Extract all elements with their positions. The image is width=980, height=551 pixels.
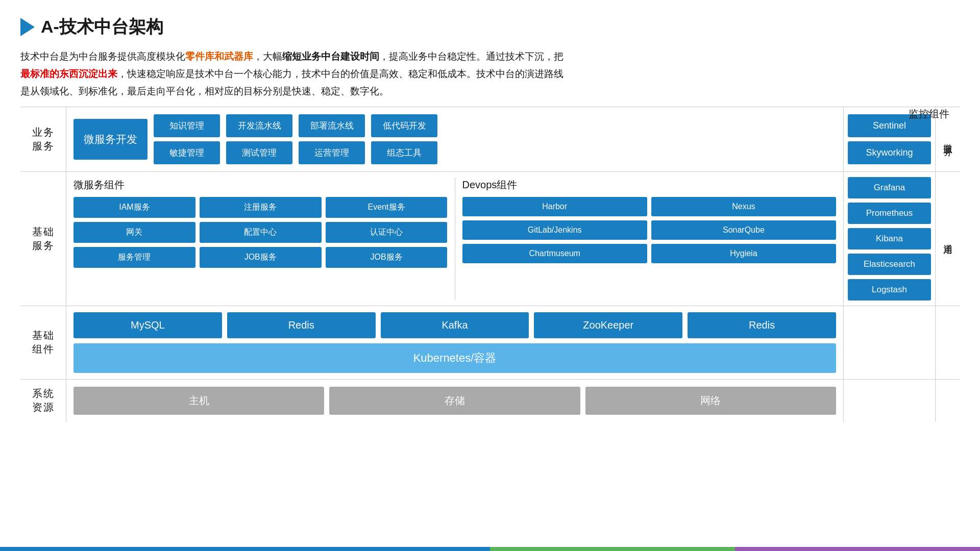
sonar-btn: SonarQube <box>651 220 836 240</box>
svc-mgmt-btn: 服务管理 <box>74 247 195 268</box>
biz-services-row: 业务服务 微服务开发 知识管理 敏捷管理 开发流水线 测试管理 部署流水线 <box>20 107 960 172</box>
skyworking-btn: Skyworking <box>848 141 931 164</box>
devops-comp-section: Devops组件 Harbor Nexus GitLab/Jenkins Son… <box>455 178 837 299</box>
foundation-content: 微服务组件 IAM服务 注册服务 Event服务 网关 配置中心 认证中心 服务… <box>66 172 843 306</box>
hygieia-btn: Hygieia <box>651 244 836 263</box>
foundation-monitor-section: Grafana Prometheus Kibana Elasticsearch … <box>843 172 935 306</box>
architecture-layout: 业务服务 微服务开发 知识管理 敏捷管理 开发流水线 测试管理 部署流水线 <box>20 107 960 422</box>
nexus-btn: Nexus <box>651 197 836 216</box>
kafka-btn: Kafka <box>381 312 529 338</box>
base-comp-content: MySQL Redis Kafka ZooKeeper Redis Kubern… <box>66 306 843 379</box>
storage-btn: 存储 <box>329 387 580 415</box>
page-title-row: A-技术中台架构 <box>20 15 960 39</box>
biz-item: 低代码开发 <box>371 114 437 137</box>
config-btn: 配置中心 <box>200 222 322 243</box>
base-comp-row: 基础组件 MySQL Redis Kafka ZooKeeper Redis K… <box>20 306 960 380</box>
sys-resource-right <box>843 380 935 422</box>
prometheus-btn: Prometheus <box>848 203 931 224</box>
sys-resource-row: 系统资源 主机 存储 网络 <box>20 380 960 422</box>
biz-group-4: 低代码开发 组态工具 <box>371 114 437 164</box>
foundation-services-row: 基础服务 微服务组件 IAM服务 注册服务 Event服务 网关 配置中心 认证… <box>20 172 960 306</box>
biz-group-1: 知识管理 敏捷管理 <box>154 114 220 164</box>
bottom-bar <box>0 547 980 551</box>
iam-btn: IAM服务 <box>74 197 195 218</box>
micro-comp-section: 微服务组件 IAM服务 注册服务 Event服务 网关 配置中心 认证中心 服务… <box>74 178 455 299</box>
job-btn-1: JOB服务 <box>200 247 322 268</box>
biz-group-2: 开发流水线 测试管理 <box>226 114 292 164</box>
biz-item: 敏捷管理 <box>154 141 220 164</box>
base-comp-grid: MySQL Redis Kafka ZooKeeper Redis <box>74 312 836 338</box>
grafana-btn: Grafana <box>848 177 931 198</box>
harbor-btn: Harbor <box>462 197 647 216</box>
arch-main: 业务服务 微服务开发 知识管理 敏捷管理 开发流水线 测试管理 部署流水线 <box>20 107 960 422</box>
logstash-btn: Logstash <box>848 279 931 300</box>
sys-resource-label: 系统资源 <box>20 380 66 422</box>
sys-resource-far-right <box>935 380 960 422</box>
biz-content: 微服务开发 知识管理 敏捷管理 开发流水线 测试管理 部署流水线 运营管理 低代… <box>66 107 843 171</box>
job-btn-2: JOB服务 <box>326 247 448 268</box>
base-comp-label: 基础组件 <box>20 306 66 379</box>
monitor-title: 监控组件 <box>909 107 949 121</box>
event-btn: Event服务 <box>326 197 448 218</box>
foundation-row-label: 基础服务 <box>20 172 66 306</box>
biz-item: 组态工具 <box>371 141 437 164</box>
elasticsearch-btn: Elasticsearch <box>848 254 931 275</box>
biz-item: 测试管理 <box>226 141 292 164</box>
gateway-btn: 网关 <box>74 222 195 243</box>
redis-btn-1: Redis <box>227 312 376 338</box>
page-title: A-技术中台架构 <box>41 15 163 39</box>
mysql-btn: MySQL <box>74 312 222 338</box>
biz-item: 知识管理 <box>154 114 220 137</box>
biz-item: 部署流水线 <box>299 114 365 137</box>
base-comp-right <box>843 306 935 379</box>
biz-row-label: 业务服务 <box>20 107 66 171</box>
biz-item: 运营管理 <box>299 141 365 164</box>
title-arrow-icon <box>20 18 35 36</box>
auth-btn: 认证中心 <box>326 222 448 243</box>
register-btn: 注册服务 <box>200 197 322 218</box>
base-comp-far-right <box>935 306 960 379</box>
network-btn: 网络 <box>585 387 836 415</box>
devops-comp-title: Devops组件 <box>462 178 837 192</box>
micro-comp-title: 微服务组件 <box>74 178 448 192</box>
chartmuseum-btn: Chartmuseum <box>462 244 647 263</box>
devops-comp-grid: Harbor Nexus GitLab/Jenkins SonarQube Ch… <box>462 197 837 263</box>
gitlab-btn: GitLab/Jenkins <box>462 220 647 240</box>
redis-btn-2: Redis <box>688 312 836 338</box>
foundation-far-label: 通用 <box>935 172 960 306</box>
biz-item: 开发流水线 <box>226 114 292 137</box>
sys-resource-grid: 主机 存储 网络 <box>74 387 836 415</box>
sys-resource-content: 主机 存储 网络 <box>66 380 843 422</box>
zookeeper-btn: ZooKeeper <box>534 312 682 338</box>
host-btn: 主机 <box>74 387 324 415</box>
kubernetes-bar: Kubernetes/容器 <box>74 343 836 373</box>
microservice-btn: 微服务开发 <box>74 119 148 160</box>
description-block: 技术中台是为中台服务提供高度模块化零件库和武器库，大幅缩短业务中台建设时间，提高… <box>20 48 735 101</box>
micro-comp-grid: IAM服务 注册服务 Event服务 网关 配置中心 认证中心 服务管理 JOB… <box>74 197 448 268</box>
kibana-btn: Kibana <box>848 228 931 249</box>
biz-group-3: 部署流水线 运营管理 <box>299 114 365 164</box>
